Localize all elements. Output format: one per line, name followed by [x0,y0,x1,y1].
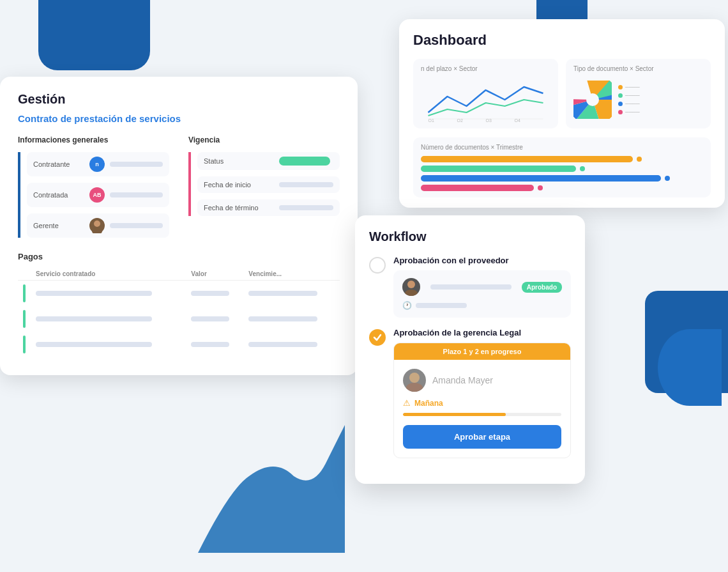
user-row: Amanda Mayer [394,369,570,392]
col-header-servicio: Servicio contratado [31,268,186,281]
gestion-title: Gestión [18,92,340,107]
status-row: Status [197,152,340,170]
fecha-termino-row: Fecha de término [197,199,340,216]
pagos-row-3 [18,332,340,357]
fecha-termino-bar [279,205,333,210]
line-chart-box: n del plazo × Sector Q1 Q2 Q3 Q4 [413,59,558,128]
dashboard-title: Dashboard [413,32,711,49]
user-avatar [403,369,426,392]
contratante-bar [110,162,163,167]
step-2-icon [369,329,386,346]
contratada-bar [110,192,163,197]
fecha-termino-label: Fecha de término [204,204,274,212]
clock-icon: 🕐 [402,301,412,310]
line-chart-label: n del plazo × Sector [421,65,550,72]
approve-etapa-button[interactable]: Aprobar etapa [403,425,561,449]
bar-chart-area [421,156,703,191]
svg-point-14 [409,373,420,383]
progress-bar-fill [403,413,506,416]
decorative-blob-top-left [38,0,150,70]
contratada-label: Contratada [33,191,84,199]
charts-top-row: n del plazo × Sector Q1 Q2 Q3 Q4 Tipo de… [413,59,711,128]
row-servicio-1 [36,291,152,296]
progress-header: Plazo 1 y 2 en progreso [394,343,570,360]
dashboard-card: Dashboard n del plazo × Sector Q1 Q2 Q3 … [399,19,725,208]
step-1-icon [369,257,386,274]
approved-badge: Aprobado [522,282,562,293]
step-1-name: Aprobación con el proveedor [393,256,571,265]
fecha-inicio-row: Fecha de inicio [197,176,340,193]
fecha-inicio-label: Fecha de inicio [204,181,274,189]
gestion-card: Gestión Contrato de prestación de servic… [0,77,358,375]
approver-avatar-1 [402,278,420,296]
col-header-valor: Valor [186,268,243,281]
contratante-row: Contratante n [27,152,169,176]
user-name: Amanda Mayer [432,375,493,385]
warning-row: ⚠ Mañana [394,398,570,408]
workflow-step-2: Aprobación de la gerencia Legal Plazo 1 … [369,328,571,458]
svg-point-11 [92,228,102,233]
info-section-title: Informaciones generales [18,135,169,144]
decorative-map-blob [198,425,345,553]
workflow-card: Workflow Aprobación con el proveedor Apr… [355,215,585,484]
row-valor-2 [191,316,229,321]
gestion-sections: Informaciones generales Contratante n Co… [18,135,340,238]
approval-row: Aprobado [402,278,562,296]
step-2-name: Aprobación de la gerencia Legal [393,328,571,337]
gerente-avatar [89,218,105,233]
gerente-row: Gerente [27,213,169,238]
bar-row-4 [421,185,703,191]
row-venc-3 [248,342,317,347]
svg-point-15 [406,383,423,392]
row-indicator-2 [23,310,26,328]
pagos-section: Pagos Servicio contratado Valor Vencimie… [18,252,340,357]
svg-point-12 [407,281,415,288]
col-header-vencimiento: Vencimie... [243,268,340,281]
svg-text:Q1: Q1 [428,118,434,122]
step-2-content: Aprobación de la gerencia Legal Plazo 1 … [393,328,571,458]
row-valor-1 [191,291,229,296]
approval-box-1: Aprobado 🕐 [393,270,571,318]
check-icon [372,332,383,343]
gerente-label: Gerente [33,222,84,229]
time-row: 🕐 [402,301,562,310]
status-pill [279,157,330,166]
progress-bar-wrap [403,413,561,416]
bar-row-3 [421,175,703,182]
vigencia-section-title: Vigencia [188,135,340,144]
pie-legend: ──── ──── ──── ──── [618,84,640,115]
info-card-inner: Contratante n Contratada AB Gerente [18,152,169,238]
svg-text:Q4: Q4 [515,118,520,122]
bar-chart-label: Número de documentos × Trimestre [421,144,703,151]
pie-chart-area: ──── ──── ──── ──── [573,77,703,122]
info-section: Informaciones generales Contratante n Co… [18,135,169,238]
row-servicio-2 [36,316,152,321]
pagos-row-2 [18,306,340,332]
status-label: Status [204,157,274,165]
row-venc-2 [248,316,317,321]
pagos-row-1 [18,281,340,307]
row-indicator-3 [23,336,26,353]
pie-chart-box: Tipo de documento × Sector ──── ──── ───… [566,59,711,128]
vigencia-card-inner: Status Fecha de inicio Fecha de término [188,152,340,216]
line-chart-area: Q1 Q2 Q3 Q4 [421,77,550,122]
decorative-blob-mid-right [658,329,722,406]
bar-row-2 [421,166,703,172]
pagos-table: Servicio contratado Valor Vencimie... [18,268,340,357]
contratada-avatar: AB [89,187,105,203]
fecha-inicio-bar [279,182,333,187]
contratada-row: Contratada AB [27,183,169,207]
workflow-title: Workflow [369,229,571,244]
svg-point-13 [405,290,418,296]
contratante-avatar: n [89,157,105,172]
row-venc-1 [248,291,317,296]
time-bar [416,303,467,308]
row-servicio-3 [36,342,152,347]
bar-row-1 [421,156,703,162]
vigencia-section: Vigencia Status Fecha de inicio Fecha de… [188,135,340,238]
progress-box: Plazo 1 y 2 en progreso Amanda Mayer ⚠ M… [393,343,571,458]
contratante-label: Contratante [33,160,84,168]
row-valor-3 [191,342,229,347]
svg-point-10 [94,220,100,227]
pie-chart-label: Tipo de documento × Sector [573,65,703,72]
